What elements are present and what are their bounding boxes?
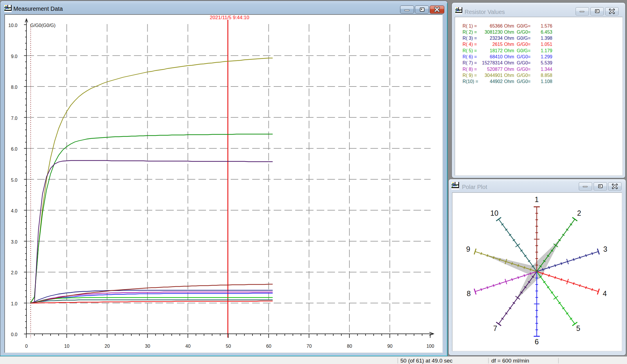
svg-text:4: 4 bbox=[603, 289, 607, 298]
svg-text:10: 10 bbox=[490, 209, 499, 217]
svg-text:8: 8 bbox=[467, 289, 471, 298]
svg-text:3: 3 bbox=[603, 245, 607, 253]
svg-text:6: 6 bbox=[535, 338, 539, 346]
svg-text:1: 1 bbox=[535, 195, 539, 203]
svg-text:5: 5 bbox=[576, 324, 580, 332]
svg-text:9: 9 bbox=[466, 245, 470, 253]
svg-text:2: 2 bbox=[577, 209, 581, 217]
svg-text:7: 7 bbox=[493, 324, 497, 332]
